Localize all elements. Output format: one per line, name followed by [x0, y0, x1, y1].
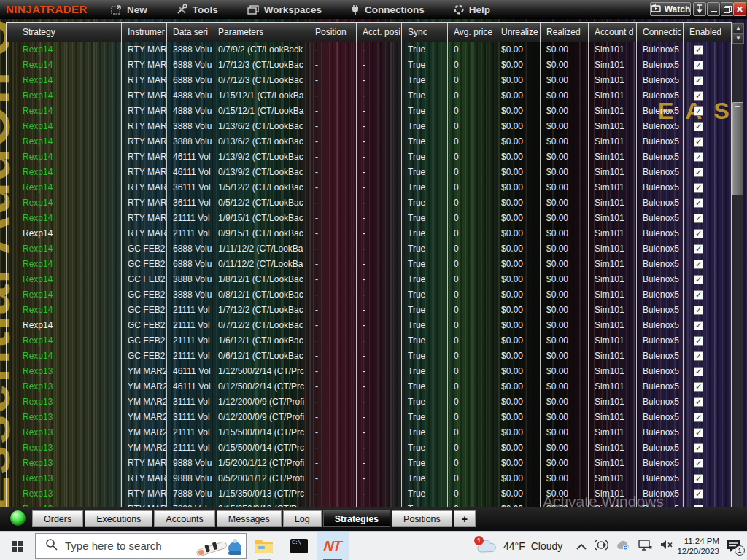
ninjatrader-taskbar-icon[interactable]: NT	[317, 532, 349, 560]
table-row[interactable]: Rexp13RTY MAR9888 Volu1/5/200/1/12 (CT/P…	[7, 456, 732, 471]
column-header-unrealized[interactable]: Unrealize	[495, 23, 541, 42]
table-row[interactable]: Rexp14RTY MAR6888 Volu1/7/12/3 (CT/LookB…	[7, 58, 732, 73]
enabled-checkbox[interactable]: ✓	[694, 474, 703, 483]
table-row[interactable]: Rexp14GC FEB26888 Volu1/11/12/2 (CT/Look…	[7, 241, 732, 257]
menu-new[interactable]: New	[111, 4, 147, 15]
scroll-up-icon[interactable]: ▲	[732, 23, 744, 34]
table-row[interactable]: Rexp14GC FEB23888 Volu1/8/12/1 (CT/LookB…	[7, 272, 732, 287]
column-header-avg-price[interactable]: Avg. price	[448, 23, 495, 42]
enabled-checkbox[interactable]: ✓	[694, 61, 703, 70]
enabled-checkbox[interactable]: ✓	[694, 382, 703, 392]
enabled-checkbox[interactable]: ✓	[694, 152, 703, 162]
table-row[interactable]: Rexp14RTY MAR4888 Volu1/15/12/1 (CT/Look…	[7, 88, 732, 104]
command-prompt-taskbar-icon[interactable]: C:\_	[283, 532, 315, 560]
enabled-checkbox[interactable]: ✓	[694, 198, 703, 208]
column-header-strategy[interactable]: Strategy	[7, 23, 122, 42]
table-row[interactable]: Rexp14RTY MAR3888 Volu0/7/9/2 (CT/LookBa…	[7, 42, 732, 58]
table-row[interactable]: Rexp14RTY MAR6888 Volu0/7/12/3 (CT/LookB…	[7, 73, 732, 88]
table-row[interactable]: Rexp14RTY MAR36111 Vol1/5/12/2 (CT/LookB…	[7, 180, 732, 195]
vertical-scrollbar[interactable]: ▲ ▼	[731, 22, 743, 508]
table-row[interactable]: Rexp13RTY MAR9888 Volu0/5/200/1/12 (CT/P…	[7, 471, 732, 486]
column-header-position[interactable]: Position	[309, 23, 357, 42]
column-header-enabled[interactable]: Enabled	[684, 23, 731, 42]
taskbar-search-input[interactable]: Type here to search	[35, 533, 247, 559]
pin-window-button[interactable]	[693, 2, 706, 16]
enabled-checkbox[interactable]: ✓	[694, 459, 703, 468]
tab-strategies[interactable]: Strategies	[323, 510, 390, 527]
action-center-button[interactable]: 1	[722, 532, 746, 560]
enabled-checkbox[interactable]: ✓	[694, 91, 703, 101]
column-header-data-series[interactable]: Data seri	[167, 23, 212, 42]
column-header-realized[interactable]: Realized	[541, 23, 589, 42]
close-button[interactable]: ✕	[733, 2, 746, 16]
enabled-checkbox[interactable]: ✓	[694, 244, 703, 254]
table-row[interactable]: Rexp14RTY MAR46111 Vol0/13/9/2 (CT/LookB…	[7, 165, 732, 180]
enabled-checkbox[interactable]: ✓	[694, 321, 703, 330]
table-row[interactable]: Rexp14GC FEB26888 Volu0/11/12/2 (CT/Look…	[7, 257, 732, 272]
network-display-icon[interactable]	[638, 540, 652, 553]
enabled-checkbox[interactable]: ✓	[694, 428, 703, 438]
table-row[interactable]: Rexp14RTY MAR4888 Volu0/15/12/1 (CT/Look…	[7, 104, 732, 119]
tab-executions[interactable]: Executions	[85, 510, 152, 527]
table-row[interactable]: Rexp14GC FEB221111 Vol1/6/12/1 (CT/LookB…	[7, 333, 732, 349]
enabled-checkbox[interactable]: ✓	[694, 290, 703, 300]
enabled-checkbox[interactable]: ✓	[694, 413, 703, 422]
tab-orders[interactable]: Orders	[32, 510, 83, 527]
table-row[interactable]: Rexp14RTY MAR21111 Vol1/9/15/1 (CT/LookB…	[7, 211, 732, 226]
table-row[interactable]: Rexp14RTY MAR21111 Vol0/9/15/1 (CT/LookB…	[7, 226, 732, 241]
tab-accounts[interactable]: Accounts	[154, 510, 214, 527]
column-header-connection[interactable]: Connectic	[637, 23, 684, 42]
scrollbar-thumb[interactable]	[732, 102, 743, 195]
enabled-checkbox[interactable]: ✓	[694, 489, 703, 499]
enabled-checkbox[interactable]: ✓	[694, 214, 703, 223]
enabled-checkbox[interactable]: ✓	[694, 76, 703, 85]
table-row[interactable]: Rexp14GC FEB221111 Vol1/7/12/2 (CT/LookB…	[7, 303, 732, 318]
table-row[interactable]: Rexp14RTY MAR3888 Volu0/13/6/2 (CT/LookB…	[7, 134, 732, 149]
enabled-checkbox[interactable]: ✓	[694, 229, 703, 238]
enabled-checkbox[interactable]: ✓	[694, 367, 703, 376]
add-tab-button[interactable]: +	[454, 510, 476, 527]
enabled-checkbox[interactable]: ✓	[694, 275, 703, 284]
table-row[interactable]: Rexp14GC FEB221111 Vol0/6/12/1 (CT/LookB…	[7, 349, 732, 364]
menu-connections[interactable]: Connections	[351, 4, 425, 15]
file-explorer-taskbar-icon[interactable]	[248, 532, 280, 560]
taskbar-clock[interactable]: 11:24 PM 12/20/2023	[670, 532, 719, 560]
table-row[interactable]: Rexp14GC FEB23888 Volu0/8/12/1 (CT/LookB…	[7, 287, 732, 303]
table-row[interactable]: Rexp14RTY MAR46111 Vol1/13/9/2 (CT/LookB…	[7, 149, 732, 165]
table-row[interactable]: Rexp13YM MAR221111 Vol1/15/500/0/14 (CT/…	[7, 425, 732, 440]
menu-workspaces[interactable]: Workspaces	[247, 4, 322, 15]
scroll-down-icon[interactable]: ▼	[732, 34, 744, 44]
taskbar-weather-widget[interactable]: 1 44°F Cloudy	[476, 532, 562, 560]
enabled-checkbox[interactable]: ✓	[694, 443, 703, 453]
enabled-checkbox[interactable]: ✓	[694, 106, 703, 116]
enabled-checkbox[interactable]: ✓	[694, 137, 703, 147]
enabled-checkbox[interactable]: ✓	[694, 45, 703, 55]
enabled-checkbox[interactable]: ✓	[694, 397, 703, 407]
enabled-checkbox[interactable]: ✓	[694, 351, 703, 361]
start-button[interactable]	[0, 532, 34, 560]
table-row[interactable]: Rexp13YM MAR246111 Vol1/12/500/2/14 (CT/…	[7, 364, 732, 379]
enabled-checkbox[interactable]: ✓	[694, 122, 703, 131]
column-header-instrument[interactable]: Instrumer	[122, 23, 167, 42]
table-row[interactable]: Rexp13YM MAR221111 Vol0/15/500/0/14 (CT/…	[7, 440, 732, 456]
enabled-checkbox[interactable]: ✓	[694, 260, 703, 269]
table-row[interactable]: Rexp13YM MAR246111 Vol0/12/500/2/14 (CT/…	[7, 379, 732, 394]
tab-messages[interactable]: Messages	[217, 510, 282, 527]
column-header-sync[interactable]: Sync	[402, 23, 448, 42]
column-header-parameters[interactable]: Parameters	[212, 23, 309, 42]
table-row[interactable]: Rexp14GC FEB221111 Vol0/7/12/2 (CT/LookB…	[7, 318, 732, 333]
enabled-checkbox[interactable]: ✓	[694, 336, 703, 346]
tab-log[interactable]: Log	[283, 510, 322, 527]
tab-positions[interactable]: Positions	[392, 510, 452, 527]
minimize-button[interactable]	[707, 2, 720, 16]
table-row[interactable]: Rexp13YM MAR231111 Vol1/12/200/0/9 (CT/P…	[7, 394, 732, 410]
enabled-checkbox[interactable]: ✓	[694, 168, 703, 177]
column-header-acct-position[interactable]: Acct. posi	[357, 23, 402, 42]
meet-now-icon[interactable]	[595, 540, 608, 553]
enabled-checkbox[interactable]: ✓	[694, 306, 703, 315]
table-row[interactable]: Rexp14RTY MAR36111 Vol0/5/12/2 (CT/LookB…	[7, 195, 732, 211]
table-row[interactable]: Rexp14RTY MAR3888 Volu1/13/6/2 (CT/LookB…	[7, 119, 732, 134]
column-header-account[interactable]: Account d	[589, 23, 637, 42]
tray-overflow-chevron-icon[interactable]	[576, 540, 587, 553]
menu-help[interactable]: Help	[454, 4, 490, 15]
